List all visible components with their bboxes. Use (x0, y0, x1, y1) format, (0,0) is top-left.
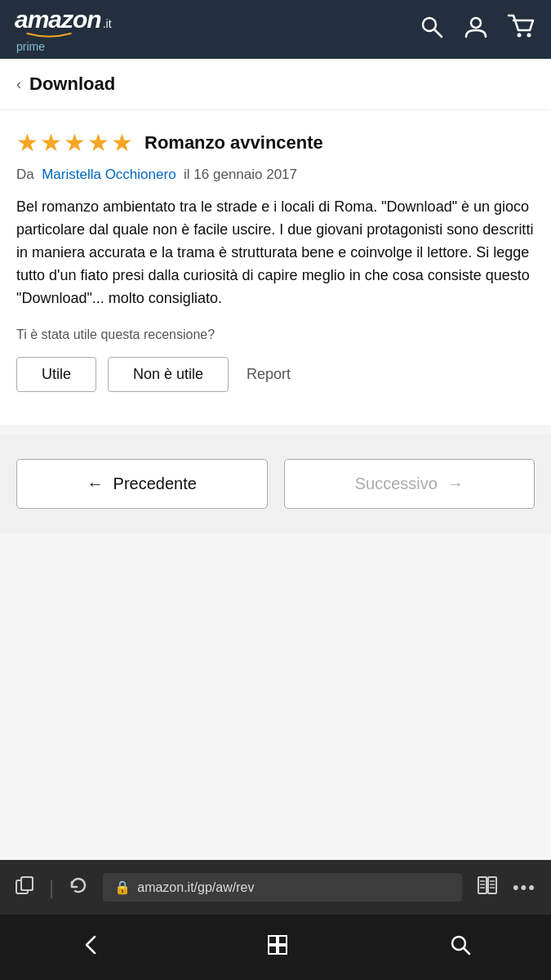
prev-arrow-icon: ← (87, 474, 104, 493)
helpful-buttons: Utile Non è utile Report (16, 357, 535, 392)
not-useful-button[interactable]: Non è utile (108, 357, 229, 392)
author-link[interactable]: Maristella Occhionero (42, 167, 176, 182)
logo-text: amazon (15, 6, 101, 33)
review-header: ★★★★★ Romanzo avvincente (16, 128, 535, 157)
prev-label: Precedente (113, 474, 197, 493)
system-search-icon[interactable] (449, 933, 472, 962)
reload-icon[interactable] (69, 875, 88, 900)
svg-line-2 (434, 29, 442, 37)
pagination: ← Precedente Successivo → (0, 434, 551, 533)
reader-icon[interactable] (477, 875, 498, 900)
helpful-question: Ti è stata utile questa recensione? (16, 327, 535, 342)
back-arrow-icon: ‹ (16, 76, 21, 93)
next-label: Successivo (355, 474, 438, 493)
svg-point-3 (471, 18, 481, 28)
back-navigation[interactable]: ‹ Download (0, 59, 551, 110)
svg-line-22 (464, 948, 469, 954)
prev-button[interactable]: ← Precedente (16, 459, 268, 509)
meta-prefix: Da (16, 167, 34, 182)
divider-1: | (49, 876, 54, 899)
svg-rect-19 (269, 946, 277, 954)
review-card: ★★★★★ Romanzo avvincente Da Maristella O… (0, 110, 551, 425)
next-button[interactable]: Successivo → (284, 459, 535, 509)
svg-rect-17 (269, 936, 277, 944)
url-text: amazon.it/gp/aw/rev (137, 880, 254, 895)
system-nav-bar (0, 915, 551, 980)
svg-rect-20 (278, 946, 287, 954)
star-rating: ★★★★★ (16, 128, 135, 157)
system-home-icon[interactable] (265, 933, 290, 963)
url-bar[interactable]: 🔒 amazon.it/gp/aw/rev (103, 873, 462, 902)
svg-rect-9 (478, 877, 487, 893)
prime-label: prime (16, 40, 45, 53)
logo-suffix: .it (103, 17, 112, 30)
amazon-smile-icon (16, 32, 82, 38)
more-options-icon[interactable]: ••• (513, 877, 536, 898)
review-meta: Da Maristella Occhionero il 16 gennaio 2… (16, 167, 535, 183)
app-header: amazon .it prime (0, 0, 551, 59)
back-label: Download (29, 74, 115, 95)
lock-icon: 🔒 (114, 880, 131, 895)
amazon-logo[interactable]: amazon .it prime (15, 6, 112, 53)
svg-point-4 (518, 33, 522, 37)
useful-button[interactable]: Utile (16, 357, 96, 392)
report-button[interactable]: Report (240, 358, 297, 391)
header-icons (419, 14, 536, 46)
svg-point-5 (527, 33, 531, 37)
meta-date: il 16 gennaio 2017 (180, 167, 297, 182)
account-icon[interactable] (463, 14, 489, 46)
cart-icon[interactable] (507, 14, 536, 46)
svg-rect-10 (488, 877, 496, 893)
copy-icon[interactable] (15, 875, 34, 900)
review-body: Bel romanzo ambientato tra le strade e i… (16, 196, 535, 310)
next-arrow-icon: → (447, 474, 464, 493)
browser-bar: | 🔒 amazon.it/gp/aw/rev ••• (0, 860, 551, 915)
svg-rect-7 (21, 877, 33, 890)
system-back-icon[interactable] (80, 933, 106, 962)
svg-rect-18 (278, 936, 287, 944)
review-title: Romanzo avvincente (144, 132, 323, 154)
search-icon[interactable] (419, 14, 445, 46)
